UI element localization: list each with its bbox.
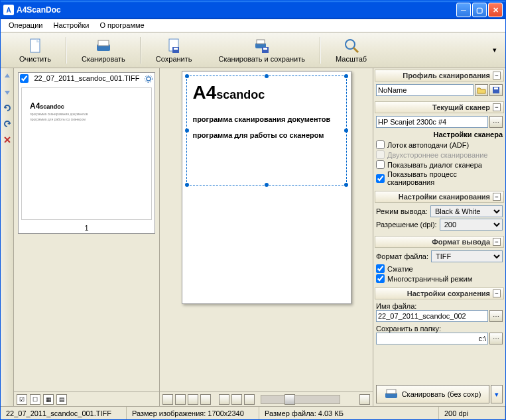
scanner-icon — [385, 389, 398, 399]
scan-nosave-button[interactable]: Сканировать (без сохр) — [376, 385, 489, 403]
preview-document[interactable]: A4scandoc программа сканирования докумен… — [182, 71, 351, 304]
zoom-button[interactable]: Масштаб — [322, 34, 380, 66]
zoom-100-button[interactable] — [231, 394, 242, 405]
dpi-select[interactable]: 200 — [440, 219, 503, 231]
statusbar: 22_07_2011_scandoc_001.TIFF Размер изобр… — [1, 406, 505, 419]
crop-handle[interactable] — [344, 129, 348, 132]
svg-point-12 — [147, 77, 151, 81]
settings-panel: Профиль сканирования − Текущий сканер − … — [373, 68, 505, 406]
folder-input[interactable] — [376, 333, 488, 344]
scan-save-button[interactable]: Сканировать и сохранить — [206, 34, 319, 66]
folder-browse-button[interactable]: ⋯ — [489, 333, 503, 344]
menu-operations[interactable]: Операции — [5, 21, 46, 30]
slider-thumb[interactable] — [285, 394, 295, 405]
profile-open-button[interactable] — [475, 84, 488, 96]
collapse-button[interactable]: − — [493, 103, 501, 111]
rotate-left-icon[interactable] — [2, 103, 13, 113]
fit-height-button[interactable] — [188, 394, 198, 405]
filename-input[interactable] — [376, 310, 488, 322]
toolbar-dropdown[interactable]: ▾ — [489, 45, 500, 56]
delete-icon[interactable] — [2, 134, 13, 145]
view-grid-button[interactable]: ▦ — [43, 394, 54, 405]
show-progress-checkbox[interactable] — [376, 174, 385, 183]
crop-handle[interactable] — [344, 74, 348, 78]
save-icon — [166, 38, 182, 54]
collapse-button[interactable]: − — [493, 193, 501, 201]
menubar: Операции Настройки О программе — [1, 19, 505, 32]
scanner-save-icon — [254, 38, 270, 54]
output-mode-select[interactable]: Black & White — [430, 205, 503, 217]
crop-handle[interactable] — [265, 74, 269, 78]
scan-save-label: Сканировать и сохранить — [219, 55, 306, 63]
region-button[interactable] — [359, 394, 370, 405]
crop-handle[interactable] — [185, 183, 189, 187]
scanner-settings-label: Настройки сканера — [376, 129, 503, 140]
svg-rect-9 — [263, 48, 267, 50]
deselect-all-button[interactable]: ☐ — [30, 394, 40, 405]
close-button[interactable]: ✕ — [488, 3, 503, 17]
view-list-button[interactable]: ▤ — [56, 394, 67, 405]
crop-handle[interactable] — [265, 183, 269, 187]
thumbnail-page-number: 1 — [19, 223, 155, 233]
profile-save-button[interactable] — [489, 84, 503, 96]
multipage-checkbox[interactable] — [376, 274, 385, 283]
format-section-header: Формат вывода − — [375, 236, 504, 248]
file-format-select[interactable]: TIFF — [431, 250, 503, 262]
show-dialog-checkbox[interactable] — [376, 160, 385, 169]
svg-rect-17 — [387, 390, 396, 394]
filename-browse-button[interactable]: ⋯ — [489, 310, 503, 322]
profile-section-header: Профиль сканирования − — [375, 70, 504, 81]
separator — [320, 37, 321, 64]
save-button[interactable]: Сохранить — [143, 34, 206, 66]
preview-panel: A4scandoc программа сканирования докумен… — [160, 68, 373, 406]
clear-label: Очистить — [19, 55, 51, 63]
crop-handle[interactable] — [185, 74, 189, 78]
separator — [140, 37, 141, 64]
zoom-in-button[interactable] — [244, 394, 255, 405]
maximize-button[interactable]: ▢ — [472, 3, 487, 17]
window-title: A4ScanDoc — [17, 5, 456, 15]
minimize-button[interactable]: ─ — [456, 3, 471, 17]
fit-button[interactable] — [162, 394, 173, 405]
collapse-button[interactable]: − — [493, 238, 501, 246]
crop-rectangle[interactable] — [186, 76, 347, 185]
svg-rect-7 — [257, 40, 265, 44]
clear-button[interactable]: Очистить — [6, 34, 64, 66]
fit-width-button[interactable] — [175, 394, 186, 405]
page-icon — [27, 38, 43, 54]
full-button[interactable] — [200, 394, 211, 405]
save-label: Сохранить — [156, 55, 192, 63]
preview-footer — [160, 392, 373, 406]
compress-checkbox[interactable] — [376, 264, 385, 273]
zoom-label: Масштаб — [336, 55, 367, 63]
collapse-button[interactable]: − — [493, 72, 501, 79]
magnifier-icon — [344, 38, 359, 54]
profile-input[interactable] — [376, 84, 474, 96]
move-down-icon[interactable] — [2, 87, 13, 97]
folder-label: Сохранить в папку: — [376, 325, 503, 333]
scan-settings-header: Настройки сканирования − — [375, 191, 504, 203]
move-up-icon[interactable] — [2, 71, 13, 81]
adf-checkbox[interactable] — [376, 140, 385, 149]
zoom-slider[interactable] — [261, 395, 340, 404]
collapse-button[interactable]: − — [493, 289, 501, 297]
svg-point-13 — [145, 76, 153, 83]
scanner-browse-button[interactable]: ⋯ — [489, 116, 503, 128]
scanner-input[interactable] — [376, 116, 488, 128]
menu-about[interactable]: О программе — [95, 21, 148, 30]
crop-handle[interactable] — [185, 129, 189, 132]
gear-icon[interactable] — [144, 74, 153, 83]
select-all-button[interactable]: ☑ — [17, 394, 27, 405]
zoom-out-button[interactable] — [219, 394, 229, 405]
scan-button[interactable]: Сканировать — [68, 34, 139, 66]
scan-dropdown-button[interactable]: ▾ — [491, 385, 503, 403]
duplex-checkbox — [376, 150, 385, 159]
status-file: 22_07_2011_scandoc_001.TIFF — [1, 407, 127, 419]
rotate-right-icon[interactable] — [2, 119, 13, 129]
crop-handle[interactable] — [344, 183, 348, 187]
menu-settings[interactable]: Настройки — [49, 21, 93, 30]
thumbnail-item[interactable]: 22_07_2011_scandoc_001.TIFF A4scandoc пр… — [18, 72, 155, 234]
thumbnail-checkbox[interactable] — [20, 74, 29, 83]
app-window: A A4ScanDoc ─ ▢ ✕ Операции Настройки О п… — [0, 0, 506, 420]
status-image-size: Размер изображения: 1700x2340 — [127, 407, 259, 419]
